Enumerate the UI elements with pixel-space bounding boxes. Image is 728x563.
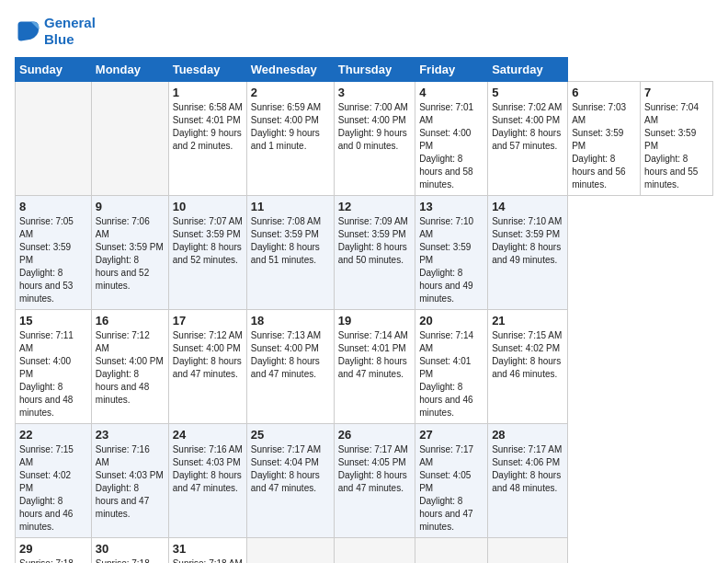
calendar-cell: 24Sunrise: 7:16 AMSunset: 4:03 PMDayligh… — [168, 424, 246, 538]
calendar-cell: 4Sunrise: 7:01 AMSunset: 4:00 PMDaylight… — [415, 82, 488, 196]
day-number: 15 — [19, 314, 87, 327]
calendar-week-3: 15Sunrise: 7:11 AMSunset: 4:00 PMDayligh… — [16, 310, 713, 424]
day-number: 31 — [173, 542, 243, 556]
day-number: 10 — [173, 200, 243, 213]
calendar-cell: 17Sunrise: 7:12 AMSunset: 4:00 PMDayligh… — [168, 310, 246, 424]
day-number: 11 — [251, 200, 330, 213]
day-number: 9 — [96, 200, 165, 213]
calendar-cell — [415, 538, 488, 564]
calendar-cell: 30Sunrise: 7:18 AMSunset: 4:08 PMDayligh… — [91, 538, 168, 564]
calendar-cell: 9Sunrise: 7:06 AMSunset: 3:59 PMDaylight… — [91, 196, 168, 310]
calendar-cell — [91, 82, 168, 196]
logo-text: General Blue — [44, 15, 96, 48]
calendar-cell — [488, 538, 568, 564]
calendar-cell: 8Sunrise: 7:05 AMSunset: 3:59 PMDaylight… — [16, 196, 92, 310]
day-info: Sunrise: 7:06 AMSunset: 3:59 PMDaylight:… — [96, 215, 165, 293]
day-info: Sunrise: 7:18 AMSunset: 4:08 PMDaylight:… — [96, 557, 165, 563]
calendar-cell: 29Sunrise: 7:18 AMSunset: 4:07 PMDayligh… — [16, 538, 92, 564]
day-info: Sunrise: 7:12 AMSunset: 4:00 PMDaylight:… — [96, 329, 165, 407]
day-info: Sunrise: 7:10 AMSunset: 3:59 PMDaylight:… — [419, 215, 483, 305]
calendar-table: SundayMondayTuesdayWednesdayThursdayFrid… — [15, 57, 713, 563]
calendar-cell: 5Sunrise: 7:02 AMSunset: 4:00 PMDaylight… — [488, 82, 568, 196]
day-info: Sunrise: 7:13 AMSunset: 4:00 PMDaylight:… — [251, 329, 330, 381]
day-info: Sunrise: 6:58 AMSunset: 4:01 PMDaylight:… — [173, 101, 243, 153]
day-info: Sunrise: 7:14 AMSunset: 4:01 PMDaylight:… — [419, 329, 483, 419]
calendar-cell: 28Sunrise: 7:17 AMSunset: 4:06 PMDayligh… — [488, 424, 568, 538]
calendar-cell: 14Sunrise: 7:10 AMSunset: 3:59 PMDayligh… — [488, 196, 568, 310]
day-number: 17 — [173, 314, 243, 327]
calendar-cell — [16, 82, 92, 196]
calendar-week-4: 22Sunrise: 7:15 AMSunset: 4:02 PMDayligh… — [16, 424, 713, 538]
day-number: 25 — [251, 428, 330, 442]
day-info: Sunrise: 7:04 AMSunset: 3:59 PMDaylight:… — [644, 101, 709, 191]
day-number: 23 — [96, 428, 165, 442]
day-number: 24 — [173, 428, 243, 442]
day-info: Sunrise: 7:15 AMSunset: 4:02 PMDaylight:… — [19, 443, 87, 534]
column-header-wednesday: Wednesday — [246, 58, 334, 82]
calendar-cell: 1Sunrise: 6:58 AMSunset: 4:01 PMDaylight… — [168, 82, 246, 196]
day-info: Sunrise: 7:07 AMSunset: 3:59 PMDaylight:… — [173, 215, 243, 267]
column-header-monday: Monday — [91, 58, 168, 82]
calendar-cell: 7Sunrise: 7:04 AMSunset: 3:59 PMDaylight… — [641, 82, 713, 196]
day-number: 2 — [251, 86, 330, 99]
column-header-sunday: Sunday — [16, 58, 92, 82]
day-info: Sunrise: 6:59 AMSunset: 4:00 PMDaylight:… — [251, 101, 330, 153]
calendar-cell: 27Sunrise: 7:17 AMSunset: 4:05 PMDayligh… — [415, 424, 488, 538]
day-info: Sunrise: 7:02 AMSunset: 4:00 PMDaylight:… — [492, 101, 563, 153]
day-info: Sunrise: 7:17 AMSunset: 4:05 PMDaylight:… — [419, 443, 483, 534]
day-number: 22 — [19, 428, 87, 442]
logo: General Blue — [15, 15, 96, 48]
day-info: Sunrise: 7:18 AMSunset: 4:07 PMDaylight:… — [19, 557, 87, 563]
day-number: 5 — [492, 86, 563, 99]
day-number: 16 — [96, 314, 165, 327]
day-number: 21 — [492, 314, 563, 327]
calendar-week-1: 1Sunrise: 6:58 AMSunset: 4:01 PMDaylight… — [16, 82, 713, 196]
day-number: 4 — [419, 86, 483, 99]
calendar-week-2: 8Sunrise: 7:05 AMSunset: 3:59 PMDaylight… — [16, 196, 713, 310]
day-info: Sunrise: 7:11 AMSunset: 4:00 PMDaylight:… — [19, 329, 87, 419]
calendar-cell: 15Sunrise: 7:11 AMSunset: 4:00 PMDayligh… — [16, 310, 92, 424]
day-number: 20 — [419, 314, 483, 327]
day-info: Sunrise: 7:17 AMSunset: 4:04 PMDaylight:… — [251, 443, 330, 495]
day-info: Sunrise: 7:15 AMSunset: 4:02 PMDaylight:… — [492, 329, 563, 381]
column-header-thursday: Thursday — [334, 58, 415, 82]
day-number: 7 — [644, 86, 709, 99]
day-number: 13 — [419, 200, 483, 213]
day-info: Sunrise: 7:14 AMSunset: 4:01 PMDaylight:… — [338, 329, 411, 381]
calendar-cell: 20Sunrise: 7:14 AMSunset: 4:01 PMDayligh… — [415, 310, 488, 424]
day-info: Sunrise: 7:00 AMSunset: 4:00 PMDaylight:… — [338, 101, 411, 153]
day-info: Sunrise: 7:10 AMSunset: 3:59 PMDaylight:… — [492, 215, 563, 267]
day-info: Sunrise: 7:16 AMSunset: 4:03 PMDaylight:… — [96, 443, 165, 521]
calendar-cell: 3Sunrise: 7:00 AMSunset: 4:00 PMDaylight… — [334, 82, 415, 196]
calendar-week-5: 29Sunrise: 7:18 AMSunset: 4:07 PMDayligh… — [16, 538, 713, 564]
day-info: Sunrise: 7:08 AMSunset: 3:59 PMDaylight:… — [251, 215, 330, 267]
column-header-saturday: Saturday — [488, 58, 568, 82]
calendar-cell: 16Sunrise: 7:12 AMSunset: 4:00 PMDayligh… — [91, 310, 168, 424]
day-info: Sunrise: 7:17 AMSunset: 4:06 PMDaylight:… — [492, 443, 563, 495]
day-number: 30 — [96, 542, 165, 556]
calendar-cell: 12Sunrise: 7:09 AMSunset: 3:59 PMDayligh… — [334, 196, 415, 310]
day-number: 3 — [338, 86, 411, 99]
day-info: Sunrise: 7:16 AMSunset: 4:03 PMDaylight:… — [173, 443, 243, 495]
column-header-friday: Friday — [415, 58, 488, 82]
day-info: Sunrise: 7:03 AMSunset: 3:59 PMDaylight:… — [572, 101, 636, 191]
day-number: 19 — [338, 314, 411, 327]
day-info: Sunrise: 7:18 AMSunset: 4:08 PMDaylight:… — [173, 557, 243, 563]
calendar-cell — [246, 538, 334, 564]
day-number: 27 — [419, 428, 483, 442]
day-number: 14 — [492, 200, 563, 213]
calendar-cell: 10Sunrise: 7:07 AMSunset: 3:59 PMDayligh… — [168, 196, 246, 310]
calendar-cell: 11Sunrise: 7:08 AMSunset: 3:59 PMDayligh… — [246, 196, 334, 310]
column-header-tuesday: Tuesday — [168, 58, 246, 82]
day-number: 12 — [338, 200, 411, 213]
logo-icon — [15, 18, 40, 44]
calendar-cell — [334, 538, 415, 564]
day-number: 28 — [492, 428, 563, 442]
day-info: Sunrise: 7:09 AMSunset: 3:59 PMDaylight:… — [338, 215, 411, 267]
calendar-cell: 6Sunrise: 7:03 AMSunset: 3:59 PMDaylight… — [568, 82, 641, 196]
day-info: Sunrise: 7:05 AMSunset: 3:59 PMDaylight:… — [19, 215, 87, 305]
calendar-cell: 18Sunrise: 7:13 AMSunset: 4:00 PMDayligh… — [246, 310, 334, 424]
day-number: 29 — [19, 542, 87, 556]
calendar-header-row: SundayMondayTuesdayWednesdayThursdayFrid… — [16, 58, 713, 82]
day-number: 1 — [173, 86, 243, 99]
